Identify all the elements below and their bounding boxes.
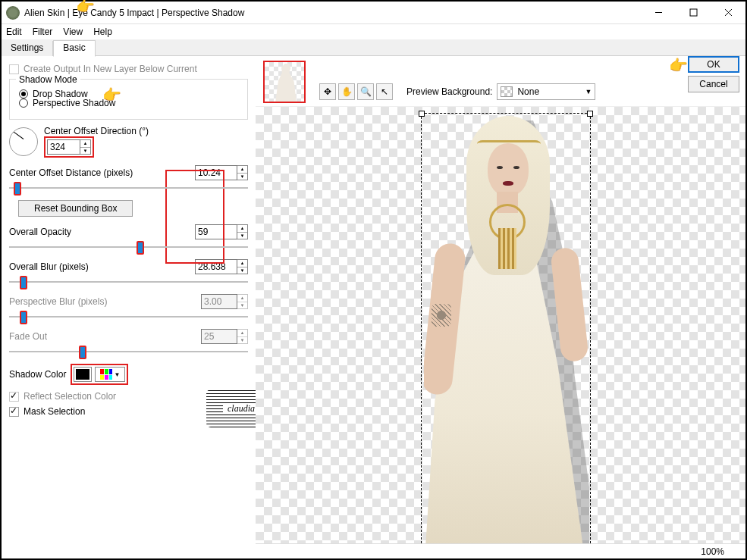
cancel-button[interactable]: Cancel xyxy=(688,76,739,92)
direction-dial[interactable] xyxy=(9,127,38,156)
preview-panel: ✥ ✋ 🔍 ↖ Preview Background: None ▼ OK Ca… xyxy=(256,56,745,558)
menu-filter[interactable]: Filter xyxy=(33,27,53,37)
shadow-mode-group: Shadow Mode Drop Shadow 👉 Perspective Sh… xyxy=(9,79,248,120)
maximize-button[interactable] xyxy=(676,2,711,23)
hand-tool-button[interactable]: ✋ xyxy=(338,83,355,100)
svg-rect-1 xyxy=(690,9,697,16)
shadow-color-label: Shadow Color xyxy=(9,369,66,380)
status-bar: 100% xyxy=(256,543,745,558)
overall-opacity-label: Overall Opacity xyxy=(9,227,71,237)
reflect-selection-color-label: Reflect Selection Color xyxy=(24,391,116,402)
center-offset-distance-slider[interactable] xyxy=(9,180,248,194)
preview-toolbar: ✥ ✋ 🔍 ↖ xyxy=(319,83,393,100)
fade-out-label: Fade Out xyxy=(9,331,47,342)
tutorial-pointer-icon: 👉 xyxy=(76,0,95,15)
chevron-down-icon: ▼ xyxy=(585,88,592,95)
perspective-blur-slider[interactable] xyxy=(9,309,248,323)
tab-basic[interactable]: Basic xyxy=(53,40,95,57)
pointer-icon: ↖ xyxy=(381,86,388,97)
menu-help[interactable]: Help xyxy=(93,27,112,37)
pointer-tool-button[interactable]: ↖ xyxy=(376,83,393,100)
fade-out-input xyxy=(201,329,237,344)
perspective-blur-spinner: ▲▼ xyxy=(237,294,248,309)
navigator-tool-button[interactable]: ✥ xyxy=(319,83,336,100)
perspective-blur-input xyxy=(201,294,237,309)
settings-panel: Create Output In New Layer Below Current… xyxy=(2,56,256,558)
tab-strip: Settings Basic 👉 xyxy=(2,39,745,56)
perspective-shadow-label: Perspective Shadow xyxy=(33,98,115,108)
app-icon xyxy=(6,6,20,20)
reflect-selection-color-checkbox xyxy=(9,392,19,402)
create-output-checkbox[interactable] xyxy=(9,64,19,74)
mask-selection-label: Mask Selection xyxy=(24,406,85,417)
main-area: Create Output In New Layer Below Current… xyxy=(2,56,745,558)
ok-button[interactable]: OK xyxy=(688,56,739,73)
center-offset-direction-input[interactable] xyxy=(47,139,80,155)
shadow-color-swatch[interactable] xyxy=(74,367,92,382)
overall-blur-slider[interactable] xyxy=(9,274,248,288)
preview-canvas[interactable] xyxy=(256,106,745,543)
reset-bounding-box-button[interactable]: Reset Bounding Box xyxy=(18,200,133,217)
shadow-color-palette-button[interactable]: ▼ xyxy=(95,367,125,382)
opacity-spinner[interactable]: ▲▼ xyxy=(237,224,248,239)
overall-blur-label: Overall Blur (pixels) xyxy=(9,261,89,272)
overall-opacity-slider[interactable] xyxy=(9,239,248,253)
shadow-mode-title: Shadow Mode xyxy=(16,74,80,85)
zoom-icon: 🔍 xyxy=(360,86,372,97)
preview-background-value: None xyxy=(517,86,539,97)
direction-spinner[interactable]: ▲▼ xyxy=(80,139,91,155)
preset-thumbnails xyxy=(263,61,306,103)
selection-bounding-box[interactable] xyxy=(421,113,591,543)
transparency-icon xyxy=(501,86,513,97)
blur-spinner[interactable]: ▲▼ xyxy=(237,259,248,274)
chevron-down-icon: ▼ xyxy=(114,371,120,378)
app-window: Alien Skin | Eye Candy 5 Impact | Perspe… xyxy=(0,0,747,560)
watermark-text: claudia xyxy=(223,403,259,415)
zoom-tool-button[interactable]: 🔍 xyxy=(357,83,374,100)
window-title: Alien Skin | Eye Candy 5 Impact | Perspe… xyxy=(24,8,641,18)
palette-icon xyxy=(100,369,112,380)
distance-spinner[interactable]: ▲▼ xyxy=(237,165,248,180)
hand-icon: ✋ xyxy=(341,86,353,97)
menu-view[interactable]: View xyxy=(63,27,83,37)
minimize-button[interactable] xyxy=(641,2,676,23)
navigator-icon: ✥ xyxy=(324,86,331,97)
titlebar: Alien Skin | Eye Candy 5 Impact | Perspe… xyxy=(2,2,745,24)
preset-thumbnail[interactable] xyxy=(263,61,306,103)
preview-background-label: Preview Background: xyxy=(406,86,492,97)
tutorial-pointer-icon: 👉 xyxy=(669,56,688,74)
menu-edit[interactable]: Edit xyxy=(6,27,22,37)
perspective-blur-label: Perspective Blur (pixels) xyxy=(9,296,107,307)
resize-handle-tl[interactable] xyxy=(419,111,425,117)
preview-background-select[interactable]: None ▼ xyxy=(497,83,595,100)
tab-settings[interactable]: Settings xyxy=(2,41,53,56)
create-output-label: Create Output In New Layer Below Current xyxy=(24,64,197,74)
perspective-shadow-radio[interactable] xyxy=(19,99,28,108)
center-offset-distance-label: Center Offset Distance (pixels) xyxy=(9,167,133,178)
zoom-level: 100% xyxy=(701,546,724,557)
center-offset-direction-label: Center Offset Direction (°) xyxy=(44,126,149,136)
fade-out-spinner: ▲▼ xyxy=(237,329,248,344)
close-button[interactable] xyxy=(711,2,745,23)
mask-selection-checkbox[interactable] xyxy=(9,407,19,417)
resize-handle-tr[interactable] xyxy=(587,111,593,117)
menu-bar: Edit Filter View Help xyxy=(2,24,745,39)
fade-out-slider[interactable] xyxy=(9,344,248,358)
